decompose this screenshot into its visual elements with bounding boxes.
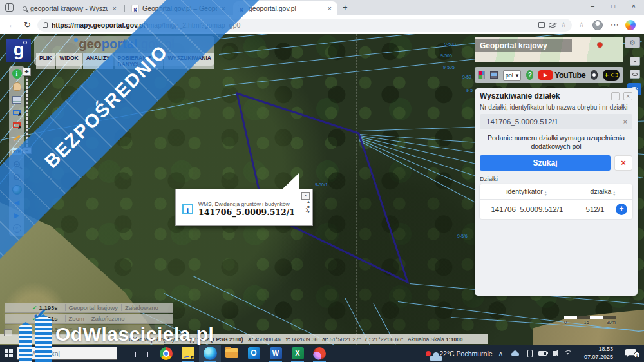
taskbar-app-chrome[interactable] [155, 345, 177, 362]
search-button[interactable]: Szukaj [480, 155, 611, 171]
split-screen-icon[interactable] [538, 22, 545, 28]
help-button[interactable]: ? [526, 70, 533, 80]
deselect-rectangle-button[interactable] [12, 120, 23, 131]
onedrive-icon[interactable] [511, 351, 519, 356]
menu-wyszukiwania[interactable]: WYSZUKIWANIA [164, 53, 214, 69]
menu-pobieranie-danych[interactable]: POBIERANIE DANYCH [115, 53, 164, 69]
minimize-button[interactable]: – [582, 0, 603, 14]
overview-minimap[interactable]: Geoportal krajowy [475, 37, 623, 62]
panel-eye-button[interactable] [630, 70, 640, 79]
table-row[interactable]: 141706_5.0009.512/1 512/1 + [480, 200, 632, 219]
attribute-table-button[interactable] [12, 94, 23, 105]
clear-input-icon[interactable]: × [623, 118, 627, 126]
new-tab-button[interactable]: + [343, 3, 348, 12]
map-viewport[interactable]: 9-503 9-506 9-505 9-50 9-5 9-50/1 9-5/6 … [0, 34, 644, 345]
map-link-icon[interactable] [490, 71, 498, 79]
maximize-button[interactable]: □ [603, 0, 623, 14]
close-button[interactable]: × [623, 0, 644, 14]
profile-avatar[interactable] [592, 20, 603, 30]
taskbar-search-input[interactable] [30, 349, 100, 358]
pan-tool-button[interactable] [12, 81, 23, 92]
cancel-search-button[interactable]: × [614, 155, 632, 171]
tab-3-active[interactable]: g geoportal.gov.pl × [233, 1, 337, 15]
search-field-label: Nr działki, identyfikator lub nazwa obrę… [480, 104, 632, 111]
tab-close-icon[interactable]: × [220, 5, 227, 12]
contrast-toggle[interactable]: + [603, 70, 620, 81]
parcel-label: 9-503 [444, 42, 456, 46]
wifi-icon[interactable] [564, 350, 572, 356]
select-rectangle-button[interactable] [12, 107, 23, 118]
language-select[interactable]: pol▾ [503, 70, 522, 81]
globe-icon [12, 185, 22, 195]
clear-view-button[interactable]: × [12, 223, 23, 234]
battery-icon[interactable] [538, 351, 547, 356]
taskbar-app-file-explorer[interactable] [221, 345, 243, 362]
sort-icon[interactable]: ▲▼ [544, 191, 547, 196]
youtube-link[interactable]: ▶YouTube [538, 70, 585, 80]
add-result-button[interactable]: + [616, 204, 627, 215]
column-dzialka[interactable]: działka▲▼ [574, 187, 632, 196]
tray-expand-icon[interactable]: ∧ [498, 350, 503, 357]
favorite-star-icon[interactable]: ☆ [560, 21, 567, 29]
taskbar-app-pinned[interactable] [308, 345, 330, 362]
zoom-in-tool-button[interactable]: + [12, 158, 23, 169]
refresh-button[interactable]: ↻ [24, 20, 31, 30]
copilot-icon[interactable] [625, 20, 636, 30]
info-tool-button[interactable]: i [12, 68, 23, 79]
taskbar-app-sticky-notes[interactable] [177, 345, 199, 362]
zoom-slider-handle[interactable]: − [22, 147, 32, 154]
draw-tool-button[interactable] [12, 133, 23, 144]
parcel-search-input[interactable] [485, 117, 623, 126]
speaker-icon[interactable] [553, 351, 556, 356]
zoom-out-tool-button[interactable]: − [12, 171, 23, 182]
taskbar-app-word[interactable]: W [265, 345, 287, 362]
minimap-settings-button[interactable]: ⚙ [625, 37, 640, 48]
tab-2[interactable]: g Geoportal.gov.pl – Geoportal Inf × [127, 1, 231, 15]
tab-actions-icon[interactable] [5, 3, 14, 12]
tab-close-icon[interactable]: × [111, 5, 118, 12]
taskbar-app-excel[interactable]: X [287, 345, 308, 362]
tracking-prevention-icon[interactable] [549, 23, 556, 28]
clear-icon: × [13, 224, 21, 233]
zoom-slider-track[interactable] [26, 77, 28, 149]
popup-scroll-controls[interactable]: ▲ ■ ▼ [307, 200, 310, 214]
geoportal-logo[interactable]: g [6, 39, 31, 62]
scale-label: Aktualna Skala [408, 336, 444, 343]
taskbar-clock[interactable]: 18:5307.07.2025 [584, 346, 613, 361]
next-view-button[interactable]: ▶ [12, 210, 23, 221]
settings-menu-icon[interactable]: ⋯ [611, 20, 619, 30]
tab-close-icon[interactable]: × [327, 5, 333, 12]
previous-view-button[interactable]: ◀ [12, 197, 23, 208]
menu-plik[interactable]: PLIK [36, 53, 55, 69]
back-button[interactable]: ← [8, 20, 16, 30]
tab-1[interactable]: geoportal krajowy - Wyszukaj × [18, 1, 122, 15]
site-info-icon[interactable] [43, 24, 48, 28]
popup-close-button[interactable]: × [301, 192, 310, 200]
accessibility-wheel-icon[interactable] [591, 70, 598, 80]
restore-panel-icon[interactable] [4, 329, 12, 336]
url-text[interactable]: https://mapy.geoportal.gov.pl/imap/Imgp_… [52, 21, 535, 29]
windows-logo-icon [5, 349, 13, 357]
task-view-button[interactable] [137, 350, 146, 357]
taskbar-search-box[interactable] [17, 347, 117, 360]
taskbar-app-outlook[interactable]: O [243, 345, 265, 362]
full-extent-button[interactable] [12, 184, 23, 195]
sort-icon[interactable]: ▲▼ [612, 191, 616, 196]
outlook-icon: O [248, 347, 260, 359]
panel-minimize-button[interactable]: – [611, 92, 620, 100]
taskbar-app-edge[interactable] [199, 345, 221, 362]
panel-dot-button[interactable] [630, 57, 640, 66]
column-identyfikator[interactable]: identyfikator▲▼ [480, 187, 574, 196]
address-bar[interactable]: https://mapy.geoportal.gov.pl/imap/Imgp_… [37, 19, 572, 32]
phone-link-icon[interactable] [527, 350, 533, 357]
favorites-bar-icon[interactable]: ☆ [578, 21, 585, 29]
menu-widok[interactable]: WIDOK [56, 53, 81, 69]
coordinates-tool-button[interactable]: XYH [12, 146, 23, 157]
zoom-slider-plus-button[interactable]: + [23, 68, 31, 76]
legend-icon[interactable] [478, 71, 485, 79]
menu-analizy[interactable]: ANALIZY [83, 53, 113, 69]
table-icon [12, 96, 21, 104]
panel-close-button[interactable]: × [623, 92, 632, 100]
weather-text[interactable]: 22°C Pochmurnie [439, 350, 492, 357]
start-button[interactable] [0, 345, 17, 362]
